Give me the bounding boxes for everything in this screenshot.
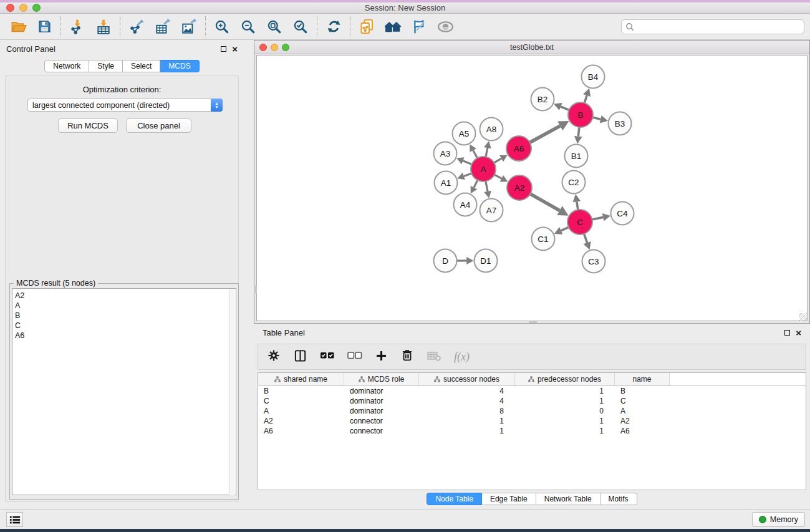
add-column-icon[interactable] bbox=[375, 349, 388, 365]
column-header-predecessor-nodes[interactable]: predecessor nodes bbox=[515, 373, 615, 385]
close-panel-button[interactable]: Close panel bbox=[126, 118, 191, 133]
resize-grip[interactable] bbox=[799, 313, 807, 321]
graph-node-A8[interactable]: A8 bbox=[480, 118, 503, 141]
graph-node-B4[interactable]: B4 bbox=[582, 65, 605, 89]
refresh-icon[interactable] bbox=[321, 16, 347, 38]
table-row[interactable]: Adominator80A bbox=[258, 406, 806, 416]
export-network-icon[interactable] bbox=[123, 16, 150, 38]
graph-node-D[interactable]: D bbox=[434, 249, 457, 273]
graph-edge-A-A1[interactable] bbox=[457, 173, 471, 180]
vertical-scrollbar-thumb[interactable] bbox=[255, 285, 257, 293]
graph-edge-A-A8[interactable] bbox=[484, 141, 491, 157]
graph-edge-B-B4[interactable] bbox=[583, 89, 591, 103]
graph-node-C2[interactable]: C2 bbox=[562, 171, 586, 194]
mcds-list-scrollbar[interactable] bbox=[229, 289, 235, 495]
eye-icon[interactable] bbox=[432, 16, 458, 38]
graph-node-B[interactable]: B bbox=[568, 102, 593, 127]
column-header-MCDS-role[interactable]: MCDS role bbox=[344, 373, 419, 385]
graph-node-A4[interactable]: A4 bbox=[454, 193, 477, 216]
graph-edge-A-A6[interactable] bbox=[494, 155, 508, 163]
save-session-icon[interactable] bbox=[31, 16, 57, 38]
graph-edge-A-A3[interactable] bbox=[456, 157, 471, 164]
graph-node-D1[interactable]: D1 bbox=[475, 249, 498, 273]
graph-node-A6[interactable]: A6 bbox=[506, 136, 531, 161]
select-all-icon[interactable] bbox=[320, 351, 335, 363]
table-row[interactable]: A6connector11A6 bbox=[258, 426, 806, 436]
horizontal-scrollbar-thumb[interactable] bbox=[529, 321, 538, 323]
gear-icon[interactable] bbox=[267, 349, 281, 365]
zoom-in-icon[interactable] bbox=[209, 16, 235, 38]
graph-node-B3[interactable]: B3 bbox=[609, 112, 632, 135]
export-table-icon[interactable] bbox=[150, 16, 176, 38]
graph-edge-A6-B[interactable] bbox=[530, 121, 569, 142]
graph-node-A5[interactable]: A5 bbox=[453, 122, 476, 145]
graph-edge-C-C2[interactable] bbox=[573, 194, 581, 210]
graph-edge-C-C1[interactable] bbox=[554, 227, 569, 235]
close-table-panel-icon[interactable]: × bbox=[796, 330, 801, 336]
graph-node-C4[interactable]: C4 bbox=[611, 202, 634, 225]
graph-node-C3[interactable]: C3 bbox=[582, 250, 605, 273]
network-canvas[interactable]: AA1A2A3A4A5A6A7A8BB1B2B3B4CC1C2C3C4DD1 bbox=[256, 55, 808, 321]
import-table-icon[interactable] bbox=[90, 16, 117, 38]
zoom-fit-icon[interactable] bbox=[261, 16, 287, 38]
mcds-result-list[interactable]: A2ABCA6 bbox=[12, 288, 236, 495]
tab-mcds[interactable]: MCDS bbox=[160, 60, 199, 72]
network-graph[interactable]: AA1A2A3A4A5A6A7A8BB1B2B3B4CC1C2C3C4DD1 bbox=[257, 56, 807, 321]
float-panel-icon[interactable] bbox=[221, 46, 226, 52]
mcds-result-item[interactable]: A6 bbox=[15, 331, 236, 341]
import-network-icon[interactable] bbox=[64, 16, 90, 38]
graph-node-A3[interactable]: A3 bbox=[434, 142, 457, 165]
graph-edge-A-A5[interactable] bbox=[470, 144, 477, 158]
float-table-panel-icon[interactable] bbox=[784, 330, 790, 336]
task-history-button[interactable] bbox=[6, 512, 23, 527]
tab-network-table[interactable]: Network Table bbox=[536, 493, 600, 505]
zoom-out-icon[interactable] bbox=[235, 16, 261, 38]
delete-column-icon[interactable] bbox=[400, 349, 414, 365]
graph-edge-B-B1[interactable] bbox=[574, 127, 582, 144]
tab-network[interactable]: Network bbox=[44, 60, 89, 72]
graph-node-B1[interactable]: B1 bbox=[565, 145, 588, 168]
graph-edge-B-B2[interactable] bbox=[554, 103, 569, 110]
mcds-result-item[interactable]: A2 bbox=[15, 291, 236, 301]
columns-icon[interactable] bbox=[293, 349, 307, 365]
mcds-result-item[interactable]: B bbox=[15, 311, 236, 321]
graph-node-C1[interactable]: C1 bbox=[532, 228, 555, 251]
memory-button[interactable]: Memory bbox=[752, 512, 805, 527]
export-image-icon[interactable] bbox=[176, 16, 202, 38]
column-header-name[interactable]: name bbox=[615, 373, 670, 385]
optimization-criterion-select[interactable]: largest connected component (directed) ▲… bbox=[27, 99, 223, 112]
table-row[interactable]: A2connector11A2 bbox=[258, 416, 806, 426]
close-panel-icon[interactable]: × bbox=[232, 46, 238, 52]
graph-edge-A-A2[interactable] bbox=[494, 175, 508, 181]
graph-node-A1[interactable]: A1 bbox=[435, 172, 458, 195]
graph-node-A[interactable]: A bbox=[471, 157, 496, 181]
tab-select[interactable]: Select bbox=[123, 60, 160, 72]
column-header-successor-nodes[interactable]: successor nodes bbox=[419, 373, 515, 385]
table-row[interactable]: Cdominator41C bbox=[258, 396, 806, 406]
graph-edge-D-D1[interactable] bbox=[457, 257, 474, 264]
graph-edge-A-A7[interactable] bbox=[484, 181, 491, 198]
zoom-selected-icon[interactable] bbox=[287, 16, 314, 38]
deselect-all-icon[interactable] bbox=[347, 351, 362, 363]
tab-style[interactable]: Style bbox=[89, 60, 123, 72]
graph-node-A7[interactable]: A7 bbox=[480, 199, 503, 222]
graph-node-A2[interactable]: A2 bbox=[507, 175, 532, 200]
open-file-icon[interactable] bbox=[5, 16, 31, 38]
graph-edge-A2-C[interactable] bbox=[530, 194, 568, 216]
search-input[interactable] bbox=[621, 19, 804, 34]
tab-node-table[interactable]: Node Table bbox=[427, 493, 482, 505]
function-builder-icon[interactable]: f(x) bbox=[454, 351, 470, 364]
table-row[interactable]: Bdominator41B bbox=[258, 386, 806, 396]
home-icon[interactable] bbox=[380, 16, 406, 38]
column-header-shared-name[interactable]: shared name bbox=[258, 373, 344, 385]
graph-node-C[interactable]: C bbox=[567, 210, 592, 235]
run-mcds-button[interactable]: Run MCDS bbox=[58, 118, 118, 133]
tab-edge-table[interactable]: Edge Table bbox=[482, 493, 536, 505]
clone-network-icon[interactable] bbox=[354, 16, 380, 38]
graph-edge-C-C3[interactable] bbox=[584, 234, 591, 250]
delete-table-icon[interactable] bbox=[427, 348, 441, 365]
graph-edge-A-A4[interactable] bbox=[471, 180, 478, 194]
mcds-result-item[interactable]: A bbox=[15, 301, 236, 311]
tab-motifs[interactable]: Motifs bbox=[600, 493, 637, 505]
graphics-details-icon[interactable] bbox=[406, 16, 432, 38]
